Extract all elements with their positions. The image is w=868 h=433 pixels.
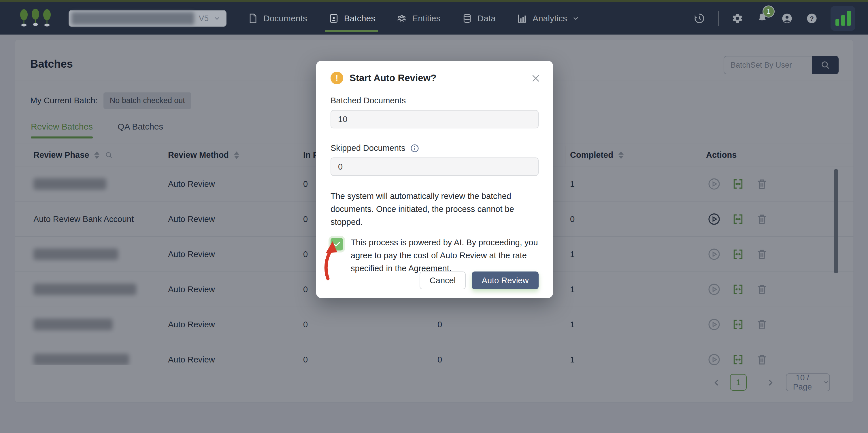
ai-consent-checkbox[interactable] <box>331 238 343 251</box>
batched-documents-field: Batched Documents <box>331 96 538 105</box>
top-accent-strip <box>0 0 868 2</box>
nav-utilities: 1 ? <box>693 6 855 31</box>
nav-menu: Documents Batches Entities Data Analytic… <box>247 2 580 35</box>
dialog-title: Start Auto Review? <box>349 72 436 84</box>
notification-badge: 1 <box>763 5 775 18</box>
cancel-button[interactable]: Cancel <box>420 271 466 289</box>
app-switcher-icon[interactable] <box>831 6 855 31</box>
batches-icon <box>328 13 339 24</box>
batched-documents-label: Batched Documents <box>331 96 406 105</box>
skipped-documents-input[interactable] <box>331 158 538 176</box>
entities-icon <box>396 13 407 24</box>
top-nav: V5 Documents Batches Entities Data <box>0 2 868 35</box>
nav-item-analytics[interactable]: Analytics <box>517 2 580 35</box>
ai-consent-text: This process is powered by AI. By procee… <box>351 236 538 275</box>
ai-consent-row: This process is powered by AI. By procee… <box>331 236 538 275</box>
start-auto-review-dialog: ! Start Auto Review? Batched Documents S… <box>316 61 553 298</box>
auto-review-button[interactable]: Auto Review <box>472 271 538 289</box>
settings-gear-icon[interactable] <box>732 12 744 25</box>
history-icon[interactable] <box>693 12 706 25</box>
nav-divider <box>718 11 719 26</box>
nav-item-label: Entities <box>412 13 440 23</box>
chevron-down-icon <box>572 14 580 23</box>
notifications[interactable]: 1 <box>756 12 768 25</box>
user-avatar-icon[interactable] <box>781 12 793 25</box>
data-icon <box>461 13 473 24</box>
analytics-icon <box>517 13 528 24</box>
app-window: V5 Documents Batches Entities Data <box>0 0 868 433</box>
dialog-body-text: The system will automatically review the… <box>331 190 535 229</box>
dialog-header: ! Start Auto Review? <box>331 61 538 85</box>
checkmark-icon <box>333 240 341 248</box>
org-name-redacted <box>71 12 194 25</box>
skipped-documents-field: Skipped Documents <box>331 143 538 153</box>
nav-item-label: Analytics <box>532 13 567 23</box>
nav-item-label: Documents <box>264 13 307 23</box>
nav-item-data[interactable]: Data <box>461 2 496 35</box>
close-icon <box>531 73 541 84</box>
chevron-down-icon <box>213 15 221 22</box>
close-dialog-button[interactable] <box>529 72 542 85</box>
svg-text:?: ? <box>810 15 814 22</box>
org-version-label: V5 <box>199 14 209 23</box>
document-icon <box>247 13 259 24</box>
nav-item-label: Batches <box>344 13 375 23</box>
org-selector[interactable]: V5 <box>69 10 226 27</box>
batched-documents-input[interactable] <box>331 110 538 128</box>
info-icon[interactable] <box>410 144 419 153</box>
dialog-buttons: Cancel Auto Review <box>420 271 538 289</box>
app-logo-trees-icon <box>18 8 53 29</box>
nav-item-batches[interactable]: Batches <box>328 2 375 35</box>
nav-item-label: Data <box>477 13 496 23</box>
nav-item-entities[interactable]: Entities <box>396 2 440 35</box>
skipped-documents-label: Skipped Documents <box>331 143 405 153</box>
nav-item-documents[interactable]: Documents <box>247 2 307 35</box>
warning-icon: ! <box>331 72 343 85</box>
help-icon[interactable]: ? <box>806 12 818 25</box>
